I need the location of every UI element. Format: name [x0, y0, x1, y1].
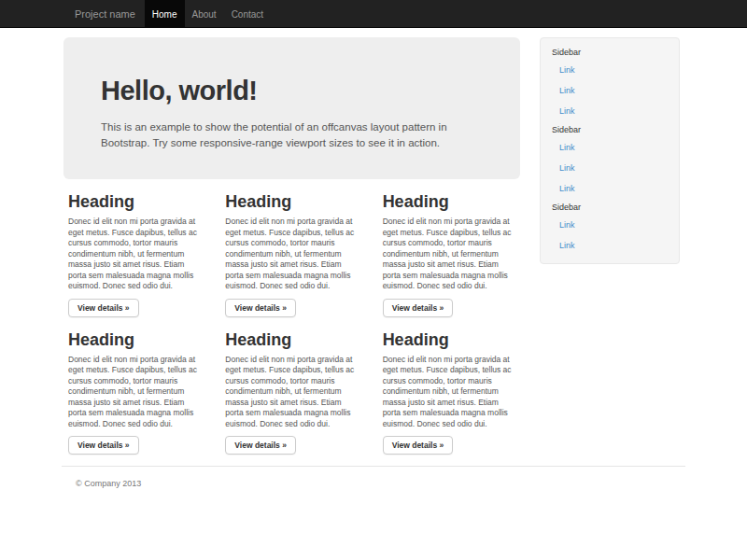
card-body-text: Donec id elit non mi porta gravida at eg… [68, 355, 198, 430]
cards-row-1: Heading Donec id elit non mi porta gravi… [63, 192, 535, 317]
sidebar-link[interactable]: Link [541, 60, 679, 80]
card: Heading Donec id elit non mi porta gravi… [220, 192, 377, 317]
navbar-menu: Home About Contact [145, 0, 271, 28]
sidebar-link[interactable]: Link [541, 158, 679, 178]
sidebar-group-header: Sidebar [541, 121, 679, 137]
nav-item-contact[interactable]: Contact [224, 0, 271, 28]
view-details-button[interactable]: View details » [383, 436, 454, 455]
view-details-button[interactable]: View details » [225, 436, 296, 455]
navbar-inner: Project name Home About Contact [62, 0, 685, 28]
card: Heading Donec id elit non mi porta gravi… [378, 192, 535, 317]
nav-item-about[interactable]: About [185, 0, 224, 28]
card-body-text: Donec id elit non mi porta gravida at eg… [383, 217, 513, 292]
sidebar-column: Sidebar Link Link Link Sidebar Link Link… [535, 28, 685, 455]
navbar: Project name Home About Contact [0, 0, 747, 28]
sidebar-group-header: Sidebar [541, 199, 679, 215]
page-container: Hello, world! This is an example to show… [62, 28, 685, 455]
card-body-text: Donec id elit non mi porta gravida at eg… [225, 217, 355, 292]
copyright-text: © Company 2013 [62, 467, 685, 488]
sidebar-link[interactable]: Link [541, 235, 679, 256]
nav-item-home[interactable]: Home [145, 0, 185, 28]
card: Heading Donec id elit non mi porta gravi… [63, 330, 220, 455]
view-details-button[interactable]: View details » [383, 299, 454, 317]
card-heading: Heading [68, 192, 198, 212]
card-body-text: Donec id elit non mi porta gravida at eg… [225, 355, 355, 430]
jumbotron-description: This is an example to show the potential… [101, 119, 483, 151]
card-heading: Heading [383, 330, 513, 350]
main-content: Hello, world! This is an example to show… [62, 28, 535, 455]
card-body-text: Donec id elit non mi porta gravida at eg… [68, 217, 198, 292]
sidebar-link[interactable]: Link [541, 178, 679, 199]
brand-link[interactable]: Project name [62, 0, 145, 28]
card-body-text: Donec id elit non mi porta gravida at eg… [383, 355, 513, 430]
card: Heading Donec id elit non mi porta gravi… [63, 192, 220, 317]
cards-row-2: Heading Donec id elit non mi porta gravi… [63, 330, 535, 455]
view-details-button[interactable]: View details » [225, 299, 296, 317]
page-title: Hello, world! [101, 77, 483, 105]
view-details-button[interactable]: View details » [68, 299, 139, 317]
card: Heading Donec id elit non mi porta gravi… [220, 330, 377, 455]
card-heading: Heading [68, 330, 198, 350]
footer: © Company 2013 [62, 466, 685, 488]
sidebar-link[interactable]: Link [541, 80, 679, 101]
jumbotron: Hello, world! This is an example to show… [63, 37, 520, 179]
view-details-button[interactable]: View details » [68, 436, 139, 455]
sidebar-link[interactable]: Link [541, 215, 679, 235]
card-heading: Heading [225, 192, 355, 212]
sidebar-panel: Sidebar Link Link Link Sidebar Link Link… [540, 37, 680, 264]
sidebar-link[interactable]: Link [541, 101, 679, 121]
sidebar-link[interactable]: Link [541, 137, 679, 158]
card-heading: Heading [383, 192, 513, 212]
card: Heading Donec id elit non mi porta gravi… [378, 330, 535, 455]
sidebar-group-header: Sidebar [541, 44, 679, 60]
card-heading: Heading [225, 330, 355, 350]
